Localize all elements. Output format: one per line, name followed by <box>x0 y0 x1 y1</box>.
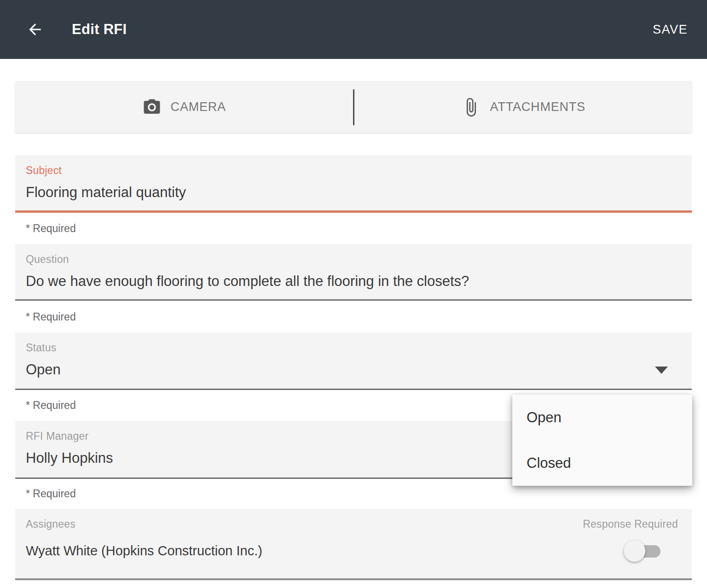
save-button[interactable]: SAVE <box>651 18 690 41</box>
app-bar: Edit RFI SAVE <box>0 0 707 59</box>
page-title: Edit RFI <box>72 21 127 38</box>
media-bar: CAMERA ATTACHMENTS <box>15 81 692 133</box>
camera-button-label: CAMERA <box>171 100 226 114</box>
back-button[interactable] <box>24 18 46 41</box>
status-dropdown-menu: Open Closed <box>512 395 692 486</box>
question-label: Question <box>26 253 681 266</box>
question-value: Do we have enough flooring to complete a… <box>26 273 681 290</box>
edit-rfi-screen: Edit RFI SAVE CAMERA ATTACHMENTS Subject… <box>0 0 707 588</box>
subject-required-note: * Required <box>26 222 76 235</box>
chevron-down-icon[interactable] <box>655 367 668 374</box>
assignee-name: Wyatt White (Hopkins Construction Inc.) <box>26 543 262 559</box>
arrow-back-icon <box>26 21 44 38</box>
camera-button[interactable]: CAMERA <box>15 81 353 133</box>
assignee-row: Wyatt White (Hopkins Construction Inc.) <box>26 543 692 559</box>
subject-field[interactable]: Subject Flooring material quantity <box>15 155 692 213</box>
rfi-manager-required-note: * Required <box>26 488 76 500</box>
subject-value: Flooring material quantity <box>26 184 681 201</box>
status-field[interactable]: Status Open <box>15 332 692 390</box>
attachments-button[interactable]: ATTACHMENTS <box>354 81 692 133</box>
status-value: Open <box>26 361 681 378</box>
assignees-section: Assignees Response Required Wyatt White … <box>15 509 692 580</box>
question-field[interactable]: Question Do we have enough flooring to c… <box>15 244 692 301</box>
assignees-label: Assignees <box>26 518 75 530</box>
subject-label: Subject <box>26 164 681 177</box>
question-required-note: * Required <box>26 311 76 323</box>
response-required-label: Response Required <box>583 518 678 530</box>
response-required-toggle[interactable] <box>626 544 661 559</box>
toggle-thumb <box>624 540 645 562</box>
status-option-open[interactable]: Open <box>512 395 692 440</box>
camera-icon <box>142 98 162 117</box>
status-option-closed[interactable]: Closed <box>512 440 692 486</box>
paperclip-icon <box>461 97 481 117</box>
status-label: Status <box>26 342 681 354</box>
attachments-button-label: ATTACHMENTS <box>490 100 585 114</box>
status-required-note: * Required <box>26 399 76 412</box>
